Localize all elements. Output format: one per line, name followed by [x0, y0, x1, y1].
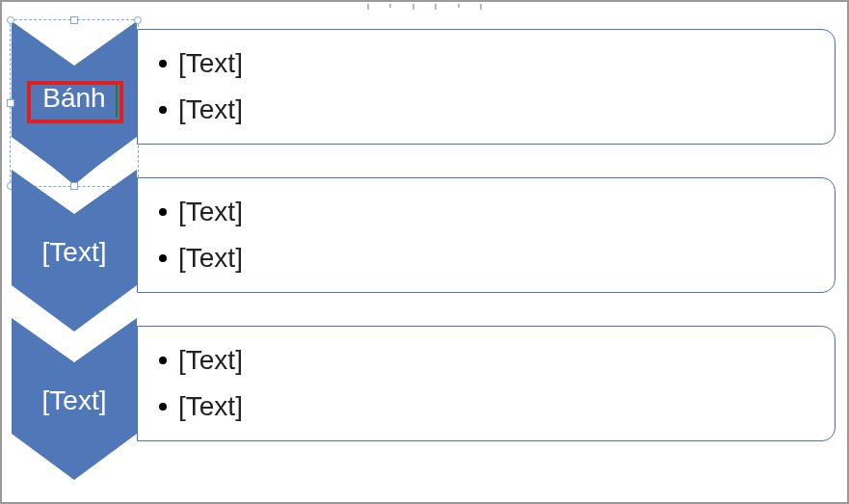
smartart-canvas[interactable]: Bánh [Text] [Text] [Text] [Text — [0, 0, 849, 504]
content-box[interactable]: [Text] [Text] — [137, 326, 836, 441]
svg-marker-3 — [12, 318, 137, 480]
bullet-text: [Text] — [178, 243, 243, 274]
smartart-row: [Text] [Text] [Text] — [12, 318, 837, 463]
content-box[interactable]: [Text] [Text] — [137, 177, 836, 293]
bullet-icon — [159, 208, 167, 216]
list-item[interactable]: [Text] — [159, 391, 815, 422]
bullet-icon — [159, 403, 167, 411]
bullet-icon — [159, 60, 167, 67]
list-item[interactable]: [Text] — [159, 94, 815, 125]
svg-marker-2 — [12, 170, 137, 332]
bullet-icon — [159, 357, 167, 364]
smartart-row: [Text] [Text] [Text] — [12, 170, 837, 314]
chevron-down-icon — [12, 318, 137, 482]
bullet-icon — [159, 254, 167, 262]
ruler-marks — [367, 4, 483, 10]
bullet-text: [Text] — [178, 94, 243, 125]
chevron-shape[interactable]: [Text] — [12, 318, 137, 482]
list-item[interactable]: [Text] — [159, 243, 815, 274]
bullet-text: [Text] — [178, 391, 243, 422]
chevron-shape[interactable]: Bánh — [12, 21, 137, 185]
content-box[interactable]: [Text] [Text] — [137, 29, 836, 145]
bullet-text: [Text] — [178, 48, 243, 79]
bullet-text: [Text] — [178, 345, 243, 376]
list-item[interactable]: [Text] — [159, 48, 815, 79]
chevron-down-icon — [12, 170, 137, 333]
bullet-text: [Text] — [178, 197, 243, 227]
list-item[interactable]: [Text] — [159, 197, 815, 227]
chevron-shape[interactable]: [Text] — [12, 170, 137, 333]
svg-marker-1 — [12, 21, 137, 183]
bullet-icon — [159, 106, 167, 114]
smartart-row: Bánh [Text] [Text] — [12, 21, 837, 166]
text-cursor — [116, 85, 118, 118]
list-item[interactable]: [Text] — [159, 345, 815, 376]
chevron-down-icon — [12, 21, 137, 185]
